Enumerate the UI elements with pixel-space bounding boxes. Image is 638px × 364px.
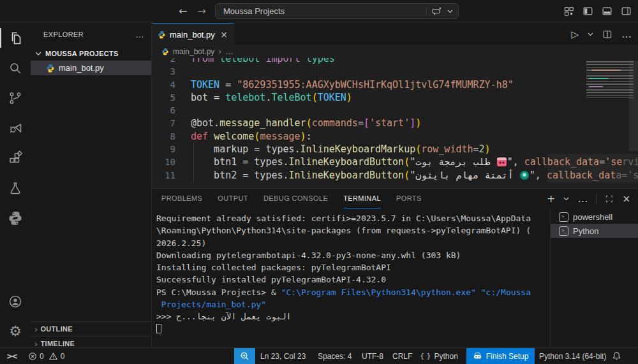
settings-button[interactable]: ⚙ [0,316,31,346]
run-dropdown-chevron-icon[interactable] [588,33,593,36]
remote-icon: >< [6,352,17,361]
code-token: InlineKeyboardButton [289,156,404,168]
split-editor-icon[interactable] [602,29,612,40]
terminal-text: ح...اجنب نآلا لمعي توبلا [176,312,291,321]
tab-label: main_bot.py [170,30,215,40]
cursor-position-label: Ln 23, Col 23 [260,352,306,361]
code-text: def welcome(message): [191,130,312,143]
extensions-icon [8,150,23,166]
chevron-down-icon[interactable] [447,10,453,13]
toggle-panel-icon[interactable] [602,6,612,17]
tab-main-bot[interactable]: main_bot.py × [152,23,234,45]
indentation-indicator[interactable]: Spaces: 4 [318,348,352,364]
terminal-line: >>> ح...اجنب نآلا لمعي توبلا [156,310,547,323]
sidebar-item-explorer[interactable] [0,23,31,53]
account-icon [8,294,23,309]
code-token: a='servi [616,170,638,181]
remote-indicator[interactable]: >< [6,348,17,364]
testing-flask-icon [8,180,23,196]
toggle-primary-sidebar-icon[interactable] [582,6,593,17]
terminal-icon: >_ [559,212,568,222]
panel-tab-debug-console[interactable]: DEBUG CONSOLE [263,189,328,208]
finish-setup-label: Finish Setup [486,352,529,361]
file-item-main-bot[interactable]: main_bot.py [31,61,151,75]
code-token: welcome [214,131,254,142]
code-token: [ [364,117,369,129]
terminal-text: Successfully installed pyTelegramBotAPI-… [156,275,386,284]
sidebar-item-extensions[interactable] [0,143,31,173]
finish-setup-button[interactable]: Finish Setup [466,348,535,364]
forward-icon[interactable]: → [197,5,205,17]
sidebar-item-python[interactable] [0,203,31,233]
chevron-right-icon: › [34,324,38,334]
code-token: : [306,131,312,142]
breadcrumb-more[interactable]: … [225,47,233,56]
terminal-text [476,288,481,297]
editor-scrollbar[interactable] [629,61,638,151]
bottom-panel: PROBLEMSOUTPUTDEBUG CONSOLETERMINALPORTS… [152,188,638,347]
terminal-cursor [156,324,161,333]
code-token: ( [306,117,312,129]
terminal-line: 2026.2.25) [156,237,547,249]
problems-indicator[interactable]: 0 0 [28,348,64,364]
language-indicator[interactable]: { } Python [420,348,458,364]
breadcrumb-file[interactable]: main_bot.py [173,47,214,56]
sidebar-item-testing[interactable] [0,173,31,203]
notifications-bell[interactable] [612,348,621,364]
line-number: 5 [152,91,191,104]
panel-more-actions-icon[interactable]: … [577,193,588,205]
terminal-output[interactable]: Requirement already satisfied: certifi>=… [156,212,547,347]
code-token: " [507,156,513,168]
sidebar-item-source-control[interactable] [0,83,31,113]
encoding-indicator[interactable]: UTF-8 [362,348,383,364]
code-token: = [599,156,605,168]
code-text: btn1 = types.InlineKeyboardButton("طلب ب… [191,156,638,168]
new-terminal-icon[interactable]: + [547,193,555,205]
code-editor[interactable]: 2from telebot import types34TOKEN = "862… [152,58,638,188]
panel-tab-terminal[interactable]: TERMINAL [343,189,381,208]
workspace-section-header[interactable]: MOUSSA PROJECTS [31,46,151,61]
panel-actions: + … × [547,189,630,208]
views-and-more-actions-icon[interactable]: … [135,29,145,40]
activity-bar-bottom: ⚙ [0,286,31,346]
terminal-instance-python[interactable]: >_Python [551,224,638,238]
panel-tab-problems[interactable]: PROBLEMS [161,189,202,208]
breadcrumb[interactable]: main_bot.py › … [152,45,638,58]
customize-layout-icon[interactable] [563,6,574,17]
close-panel-icon[interactable]: × [622,193,630,205]
back-icon[interactable]: ← [179,5,187,17]
terminal-dropdown-chevron-icon[interactable] [563,197,569,201]
code-token: TeleBot [271,92,311,103]
zoom-indicator[interactable] [234,348,255,364]
code-token: ) [346,92,352,103]
sidebar-item-run-debug[interactable] [0,113,31,143]
command-center-search[interactable]: Moussa Projects [215,3,459,19]
eol-indicator[interactable]: CRLF [392,348,412,364]
account-button[interactable] [0,286,31,316]
outline-section[interactable]: › OUTLINE [31,321,151,336]
panel-tab-output[interactable]: OUTPUT [218,189,248,208]
more-actions-icon[interactable]: … [621,28,632,40]
code-line: 10 btn1 = types.InlineKeyboardButton("طل… [152,156,638,168]
sidebar-item-search[interactable] [0,53,31,83]
close-icon[interactable]: × [220,29,228,40]
minimap-line [589,78,608,79]
title-bar: ← → Moussa Projects [0,0,638,22]
minimap[interactable] [586,61,634,98]
toggle-secondary-sidebar-icon[interactable] [621,6,632,17]
panel-tab-ports[interactable]: PORTS [396,189,422,208]
python-icon [7,210,24,226]
code-token: "8629351955:AAGXybWCHsHIrKqOl1jtvlG74fMU… [237,79,513,91]
copilot-chat-icon[interactable] [432,6,442,17]
eol-label: CRLF [392,352,412,361]
cursor-position[interactable]: Ln 23, Col 23 [260,348,306,364]
maximize-panel-icon[interactable] [605,194,614,203]
minimap-line [589,86,603,87]
code-token: = [358,117,364,129]
line-number: 8 [152,130,191,143]
interpreter-label: Python 3.14 (64-bit) [539,352,606,361]
python-interpreter-indicator[interactable]: Python 3.14 (64-bit) [539,348,606,364]
terminal-text: >>> [156,312,176,321]
terminal-instance-powershell[interactable]: >_powershell [551,210,638,224]
run-python-file-icon[interactable]: ▷ [571,29,579,40]
